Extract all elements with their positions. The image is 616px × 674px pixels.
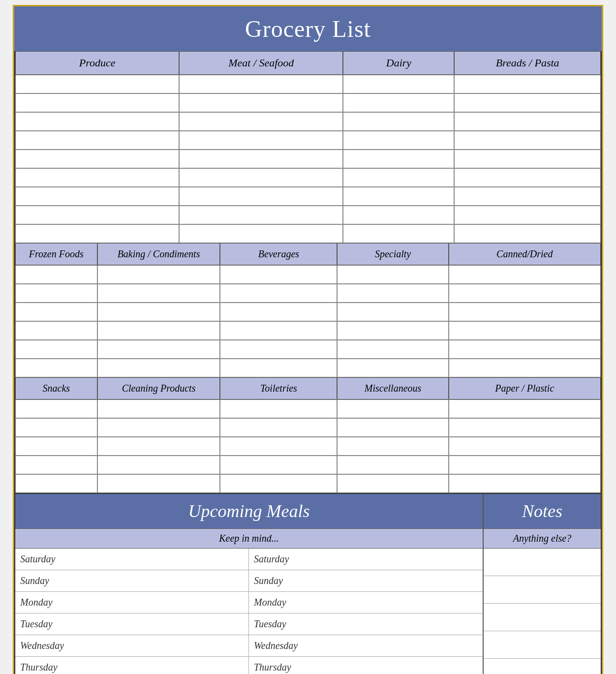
table-cell[interactable]	[449, 303, 601, 321]
table-cell[interactable]	[343, 206, 454, 224]
table-cell[interactable]	[220, 418, 337, 437]
table-cell[interactable]	[454, 112, 601, 131]
table-cell[interactable]	[220, 456, 337, 474]
table-cell[interactable]	[454, 150, 601, 168]
table-cell[interactable]	[15, 75, 179, 93]
table-cell[interactable]	[343, 150, 454, 168]
table-cell[interactable]	[454, 93, 601, 112]
meal-day-wednesday-1[interactable]: Wednesday	[15, 635, 249, 656]
table-cell[interactable]	[179, 224, 343, 243]
table-cell[interactable]	[449, 321, 601, 340]
table-cell[interactable]	[179, 206, 343, 224]
table-cell[interactable]	[337, 437, 448, 456]
table-cell[interactable]	[179, 112, 343, 131]
table-cell[interactable]	[15, 206, 179, 224]
table-cell[interactable]	[337, 418, 448, 437]
table-cell[interactable]	[337, 284, 448, 303]
table-cell[interactable]	[454, 131, 601, 150]
meal-day-sunday-2[interactable]: Sunday	[249, 570, 483, 591]
table-cell[interactable]	[343, 131, 454, 150]
notes-row[interactable]	[484, 576, 601, 604]
table-cell[interactable]	[337, 321, 448, 340]
table-cell[interactable]	[220, 284, 337, 303]
table-cell[interactable]	[15, 93, 179, 112]
table-cell[interactable]	[337, 303, 448, 321]
table-cell[interactable]	[15, 131, 179, 150]
meal-day-saturday-1[interactable]: Saturday	[15, 549, 249, 570]
table-cell[interactable]	[179, 187, 343, 206]
table-cell[interactable]	[97, 418, 220, 437]
meal-day-wednesday-2[interactable]: Wednesday	[249, 635, 483, 656]
table-cell[interactable]	[343, 93, 454, 112]
table-cell[interactable]	[343, 168, 454, 187]
table-cell[interactable]	[179, 150, 343, 168]
table-cell[interactable]	[449, 399, 601, 418]
table-cell[interactable]	[337, 456, 448, 474]
table-cell[interactable]	[449, 359, 601, 377]
meal-day-tuesday-1[interactable]: Tuesday	[15, 613, 249, 635]
table-cell[interactable]	[97, 437, 220, 456]
table-cell[interactable]	[449, 265, 601, 284]
table-cell[interactable]	[97, 340, 220, 359]
table-cell[interactable]	[343, 112, 454, 131]
table-cell[interactable]	[97, 456, 220, 474]
table-cell[interactable]	[15, 284, 97, 303]
table-cell[interactable]	[337, 399, 448, 418]
table-cell[interactable]	[15, 224, 179, 243]
notes-row[interactable]	[484, 659, 601, 674]
table-cell[interactable]	[220, 340, 337, 359]
table-cell[interactable]	[15, 321, 97, 340]
table-cell[interactable]	[449, 418, 601, 437]
table-cell[interactable]	[179, 168, 343, 187]
meal-day-monday-1[interactable]: Monday	[15, 592, 249, 613]
table-cell[interactable]	[337, 340, 448, 359]
meal-day-monday-2[interactable]: Monday	[249, 592, 483, 613]
table-cell[interactable]	[97, 474, 220, 493]
notes-row[interactable]	[484, 631, 601, 659]
table-cell[interactable]	[97, 284, 220, 303]
table-cell[interactable]	[449, 340, 601, 359]
table-cell[interactable]	[449, 474, 601, 493]
table-cell[interactable]	[454, 75, 601, 93]
table-cell[interactable]	[220, 474, 337, 493]
table-cell[interactable]	[15, 112, 179, 131]
table-cell[interactable]	[15, 168, 179, 187]
table-cell[interactable]	[454, 168, 601, 187]
table-cell[interactable]	[15, 399, 97, 418]
table-cell[interactable]	[220, 321, 337, 340]
table-cell[interactable]	[15, 187, 179, 206]
table-cell[interactable]	[15, 150, 179, 168]
meal-day-thursday-2[interactable]: Thursday	[249, 657, 483, 674]
table-cell[interactable]	[97, 359, 220, 377]
meal-day-thursday-1[interactable]: Thursday	[15, 657, 249, 674]
table-cell[interactable]	[220, 265, 337, 284]
table-cell[interactable]	[220, 399, 337, 418]
meal-day-saturday-2[interactable]: Saturday	[249, 549, 483, 570]
table-cell[interactable]	[15, 456, 97, 474]
table-cell[interactable]	[97, 399, 220, 418]
table-cell[interactable]	[454, 187, 601, 206]
table-cell[interactable]	[179, 93, 343, 112]
table-cell[interactable]	[454, 206, 601, 224]
table-cell[interactable]	[15, 437, 97, 456]
table-cell[interactable]	[97, 321, 220, 340]
table-cell[interactable]	[15, 340, 97, 359]
table-cell[interactable]	[15, 474, 97, 493]
table-cell[interactable]	[220, 303, 337, 321]
table-cell[interactable]	[179, 131, 343, 150]
table-cell[interactable]	[337, 359, 448, 377]
notes-row[interactable]	[484, 604, 601, 631]
table-cell[interactable]	[220, 359, 337, 377]
table-cell[interactable]	[337, 265, 448, 284]
table-cell[interactable]	[343, 224, 454, 243]
table-cell[interactable]	[449, 456, 601, 474]
table-cell[interactable]	[97, 303, 220, 321]
table-cell[interactable]	[15, 303, 97, 321]
meal-day-sunday-1[interactable]: Sunday	[15, 570, 249, 591]
table-cell[interactable]	[449, 284, 601, 303]
table-cell[interactable]	[449, 437, 601, 456]
table-cell[interactable]	[15, 359, 97, 377]
table-cell[interactable]	[15, 418, 97, 437]
meal-day-tuesday-2[interactable]: Tuesday	[249, 613, 483, 635]
table-cell[interactable]	[97, 265, 220, 284]
